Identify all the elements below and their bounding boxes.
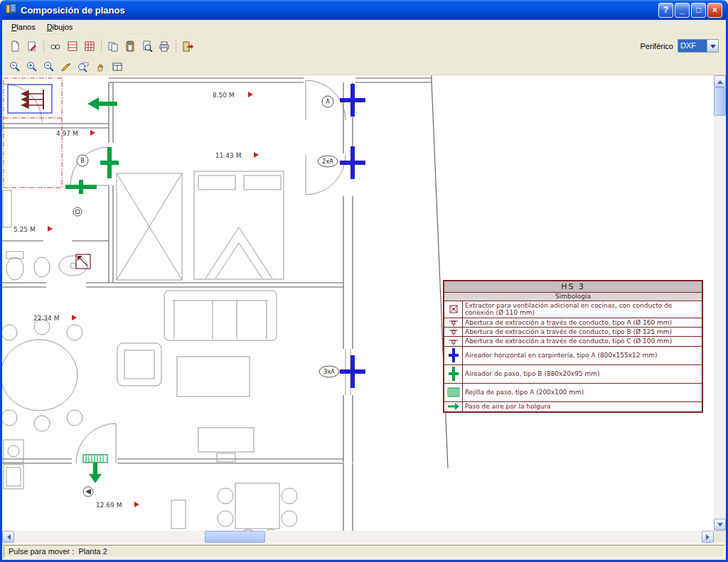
minimize-button[interactable]: _	[675, 3, 690, 18]
legend-row: Extractor para ventilación adicional en …	[444, 301, 702, 318]
horizontal-scrollbar[interactable]	[2, 531, 714, 543]
plan-grid-icon[interactable]	[81, 38, 98, 55]
vertical-scrollbar[interactable]	[714, 75, 726, 531]
scroll-right-button[interactable]	[702, 531, 714, 543]
legend-subtitle: Simbología	[444, 293, 702, 301]
app-icon	[6, 3, 17, 17]
copy-icon[interactable]	[105, 38, 122, 55]
blue-cross-icon	[444, 347, 463, 364]
edit-plan-icon[interactable]	[23, 38, 41, 55]
peripheral-select[interactable]: DXF	[678, 39, 719, 53]
toolbar-separator	[176, 40, 176, 53]
zoom-in-icon[interactable]	[23, 58, 41, 75]
extractor-icon	[444, 301, 463, 318]
workspace: 8.50 M 4.97 M 11.43 M 5.25 M 22.34 M 12.…	[2, 75, 726, 560]
titlebar[interactable]: Composición de planos ? _ □ ×	[2, 0, 726, 20]
marker-2xa: 2xA	[322, 158, 333, 165]
legend-row-text: Extractor para ventilación adicional en …	[463, 301, 702, 318]
scrollbar-corner	[714, 531, 726, 543]
legend-row: Aireador de paso, tipo B (880x20x95 mm)	[444, 365, 702, 384]
zoom-reset-icon[interactable]	[6, 58, 23, 75]
pan-icon[interactable]	[92, 58, 109, 75]
redraw-icon[interactable]	[58, 58, 75, 75]
dimension-label: 8.50 M	[213, 92, 235, 99]
marker-3xa: 3xA	[323, 369, 335, 375]
extractor-symbol	[76, 254, 90, 269]
toolbar-separator	[101, 40, 102, 53]
menu-planos[interactable]: Planos	[6, 21, 41, 33]
drawing-canvas[interactable]: 8.50 M 4.97 M 11.43 M 5.25 M 22.34 M 12.…	[2, 75, 714, 531]
close-button[interactable]: ×	[707, 3, 722, 18]
dimension-label: 22.34 M	[33, 315, 59, 322]
legend-row-text: Paso de aire por la holgura	[463, 402, 702, 411]
scroll-left-button[interactable]	[2, 531, 14, 543]
chevron-down-icon[interactable]	[707, 40, 718, 52]
legend-table: HS 3 Simbología Extractor para ventilaci…	[443, 280, 703, 413]
help-button[interactable]: ?	[658, 3, 673, 18]
legend-row-text: Rejilla de paso, tipo A (200x100 mm)	[463, 388, 702, 396]
glasses-icon[interactable]	[47, 38, 64, 55]
dimension-labels: 8.50 M 4.97 M 11.43 M 5.25 M 22.34 M 12.…	[14, 92, 259, 509]
preview-icon[interactable]	[139, 38, 156, 55]
zoom-out-icon[interactable]	[41, 58, 58, 75]
print-icon[interactable]	[156, 38, 173, 55]
walls	[2, 75, 448, 531]
legend-row-text: Abertura de extracción a través de condu…	[463, 318, 702, 327]
dimension-label: 4.97 M	[56, 130, 78, 137]
legend-row-text: Aireador de paso, tipo B (880x20x95 mm)	[463, 369, 702, 378]
scroll-up-button[interactable]	[714, 75, 726, 87]
dimension-label: 12.69 M	[96, 502, 122, 509]
green-arrow-icon	[444, 402, 463, 411]
horizontal-scroll-thumb[interactable]	[205, 531, 265, 543]
legend-row-text: Abertura de extracción a través de condu…	[463, 328, 702, 336]
status-bar: Pulse para mover : Planta 2	[2, 543, 726, 560]
app-window: Composición de planos ? _ □ × Planos Dib…	[0, 0, 728, 562]
duct-opening-icon	[444, 328, 463, 336]
peripheral-label: Periférico	[641, 42, 673, 50]
window-title: Composición de planos	[21, 5, 658, 16]
exit-icon[interactable]	[179, 38, 196, 55]
duct-opening-icon	[444, 318, 463, 327]
legend-row: Rejilla de paso, tipo A (200x100 mm)	[444, 384, 702, 402]
furniture	[2, 171, 297, 531]
legend-row: Paso de aire por la holgura	[444, 402, 702, 411]
plan-sheet-icon[interactable]	[64, 38, 81, 55]
extractor-zone-symbol	[4, 78, 62, 188]
menu-dibujos[interactable]: Dibujos	[41, 21, 79, 33]
legend-row: Abertura de extracción a través de condu…	[444, 318, 702, 328]
vertical-scroll-thumb[interactable]	[714, 87, 726, 116]
marker-b: B	[80, 158, 85, 164]
legend-row-text: Abertura de extracción a través de condu…	[463, 337, 702, 345]
scroll-down-button[interactable]	[714, 519, 726, 531]
paste-icon[interactable]	[122, 38, 139, 55]
window-layout-icon[interactable]	[109, 58, 126, 75]
peripheral-value: DXF	[678, 40, 707, 52]
zoom-window-icon[interactable]	[75, 58, 92, 75]
grille-icon	[444, 384, 463, 401]
menubar: Planos Dibujos	[2, 20, 726, 34]
new-plan-icon[interactable]	[6, 38, 23, 55]
legend-row: Abertura de extracción a través de condu…	[444, 328, 702, 337]
duct-opening-icon	[444, 337, 463, 345]
plan-markers: A B 2xA 3xA	[73, 96, 339, 497]
zoom-toolbar	[2, 58, 726, 75]
marker-a: A	[326, 99, 330, 105]
toolbar-separator	[43, 40, 44, 53]
legend-row-text: Aireador horizontal en carpintería, tipo…	[463, 351, 702, 360]
legend-title: HS 3	[444, 281, 702, 293]
legend-row: Aireador horizontal en carpintería, tipo…	[444, 347, 702, 365]
dimension-label: 5.25 M	[14, 226, 36, 233]
rejilla-paso-green-symbol	[83, 455, 107, 483]
dimension-label: 11.43 M	[215, 152, 241, 159]
status-text: Pulse para mover : Planta 2	[4, 545, 724, 558]
green-cross-icon	[444, 365, 463, 383]
maximize-button[interactable]: □	[691, 3, 706, 18]
main-toolbar: Periférico DXF	[2, 34, 726, 58]
legend-row: Abertura de extracción a través de condu…	[444, 337, 702, 346]
